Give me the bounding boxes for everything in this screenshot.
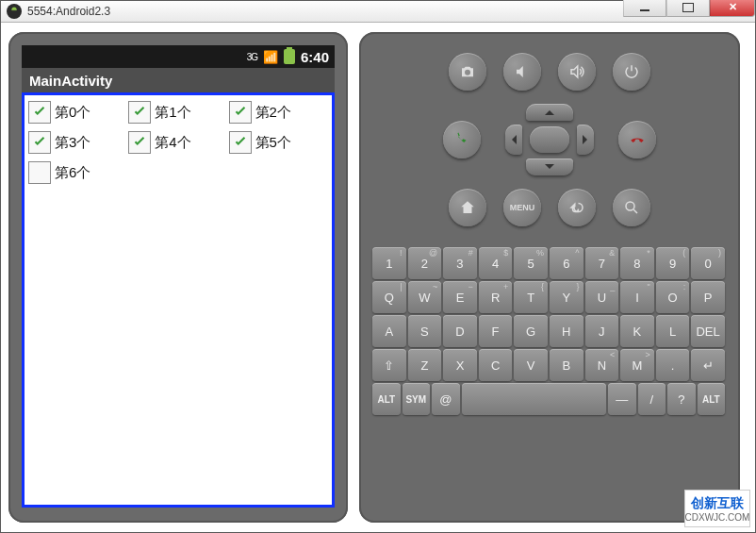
device-skin-screen: 3G 📶 6:40 MainActivity 第0个第1个第2个第3个第4个第5… <box>8 32 348 523</box>
key-E[interactable]: −E <box>443 281 477 313</box>
key-2[interactable]: @2 <box>408 247 442 279</box>
key-?[interactable]: ? <box>667 383 696 415</box>
device-screen: 3G 📶 6:40 MainActivity 第0个第1个第2个第3个第4个第5… <box>22 45 335 508</box>
hw-row-top <box>449 53 650 91</box>
key-D[interactable]: D <box>443 315 477 347</box>
list-item[interactable]: 第2个 <box>227 97 327 127</box>
list-item[interactable]: 第1个 <box>126 97 226 127</box>
key-—[interactable]: — <box>608 383 636 415</box>
key-4[interactable]: $4 <box>479 247 513 279</box>
key-Y[interactable]: }Y <box>550 281 583 313</box>
key-L[interactable]: L <box>656 315 690 347</box>
key-V[interactable]: V <box>514 349 548 381</box>
camera-button[interactable] <box>449 53 486 91</box>
close-button[interactable] <box>710 0 755 17</box>
key-5[interactable]: %5 <box>514 247 548 279</box>
key-S[interactable]: S <box>408 315 442 347</box>
list-item[interactable]: 第5个 <box>227 127 327 158</box>
key-⇧[interactable]: ⇧ <box>372 349 406 381</box>
item-label: 第2个 <box>255 104 291 122</box>
checkbox[interactable] <box>229 101 252 124</box>
list-item[interactable]: 第0个 <box>26 97 126 127</box>
window-titlebar[interactable]: 5554:Android2.3 <box>1 1 755 23</box>
key-B[interactable]: B <box>550 349 583 381</box>
dpad <box>498 104 601 175</box>
key-1[interactable]: !1 <box>372 247 406 279</box>
hw-row-mid <box>443 104 656 175</box>
item-label: 第5个 <box>255 134 291 152</box>
key-O[interactable]: :O <box>656 281 690 313</box>
list-item[interactable]: 第6个 <box>26 158 126 188</box>
maximize-button[interactable] <box>666 0 710 17</box>
window-buttons <box>623 0 755 17</box>
svg-point-0 <box>626 202 634 210</box>
key-Z[interactable]: Z <box>408 349 442 381</box>
emulator-window: 5554:Android2.3 3G 📶 6:40 MainActivity 第… <box>0 0 756 533</box>
key-ALT[interactable]: ALT <box>698 383 726 415</box>
key-0[interactable]: )0 <box>691 247 725 279</box>
list-item[interactable]: 第3个 <box>26 127 126 158</box>
checkbox[interactable] <box>28 101 51 124</box>
device-skin-controls: MENU !1@2#3$4%5^6&7*8(9)0|Q~W−E+R{T}Y_U"… <box>359 32 740 523</box>
network-icon: 3G <box>247 52 257 62</box>
menu-button[interactable]: MENU <box>503 189 541 226</box>
android-icon <box>7 4 22 19</box>
key-X[interactable]: X <box>443 349 477 381</box>
minimize-button[interactable] <box>623 0 666 17</box>
search-button[interactable] <box>613 189 650 226</box>
key-A[interactable]: A <box>372 315 406 347</box>
key-C[interactable]: C <box>479 349 513 381</box>
checkbox[interactable] <box>229 131 252 154</box>
dpad-down[interactable] <box>526 158 573 175</box>
checkbox[interactable] <box>28 161 51 184</box>
back-button[interactable] <box>558 189 596 226</box>
key-SYM[interactable]: SYM <box>403 383 431 415</box>
list-item[interactable]: 第4个 <box>126 127 226 158</box>
android-statusbar: 3G 📶 6:40 <box>22 45 335 68</box>
checkbox[interactable] <box>28 131 51 154</box>
key-W[interactable]: ~W <box>408 281 442 313</box>
key-K[interactable]: K <box>620 315 654 347</box>
item-label: 第1个 <box>155 104 190 122</box>
call-button[interactable] <box>443 121 481 158</box>
key-N[interactable]: <N <box>585 349 619 381</box>
key-R[interactable]: +R <box>479 281 513 313</box>
key-6[interactable]: ^6 <box>550 247 583 279</box>
key-I[interactable]: "I <box>620 281 654 313</box>
checkbox-grid: 第0个第1个第2个第3个第4个第5个第6个 <box>22 92 335 508</box>
checkbox[interactable] <box>128 131 151 154</box>
key-J[interactable]: J <box>585 315 619 347</box>
key-T[interactable]: {T <box>514 281 548 313</box>
client-area: 3G 📶 6:40 MainActivity 第0个第1个第2个第3个第4个第5… <box>1 23 755 532</box>
key-/[interactable]: / <box>638 383 666 415</box>
dpad-up[interactable] <box>526 104 573 121</box>
key-P[interactable]: P <box>691 281 725 313</box>
key-.[interactable]: . <box>656 349 690 381</box>
key-7[interactable]: &7 <box>585 247 619 279</box>
activity-title: MainActivity <box>22 68 335 92</box>
dpad-center[interactable] <box>530 126 569 153</box>
volume-down-button[interactable] <box>503 53 541 91</box>
volume-up-button[interactable] <box>558 53 596 91</box>
key-F[interactable]: F <box>479 315 513 347</box>
hardware-buttons: MENU <box>372 45 727 226</box>
key-3[interactable]: #3 <box>443 247 477 279</box>
dpad-right[interactable] <box>577 125 594 155</box>
power-button[interactable] <box>613 53 650 91</box>
key-DEL[interactable]: DEL <box>691 315 725 347</box>
checkbox[interactable] <box>128 101 151 124</box>
key-9[interactable]: (9 <box>656 247 690 279</box>
key-space[interactable] <box>462 383 606 415</box>
key-M[interactable]: >M <box>620 349 654 381</box>
key-@[interactable]: @ <box>432 383 460 415</box>
key-ALT[interactable]: ALT <box>372 383 401 415</box>
key-G[interactable]: G <box>514 315 548 347</box>
key-↵[interactable]: ↵ <box>691 349 725 381</box>
key-U[interactable]: _U <box>585 281 619 313</box>
dpad-left[interactable] <box>505 125 522 155</box>
key-H[interactable]: H <box>550 315 583 347</box>
home-button[interactable] <box>449 189 486 226</box>
end-call-button[interactable] <box>618 121 656 158</box>
key-8[interactable]: *8 <box>620 247 654 279</box>
key-Q[interactable]: |Q <box>372 281 406 313</box>
